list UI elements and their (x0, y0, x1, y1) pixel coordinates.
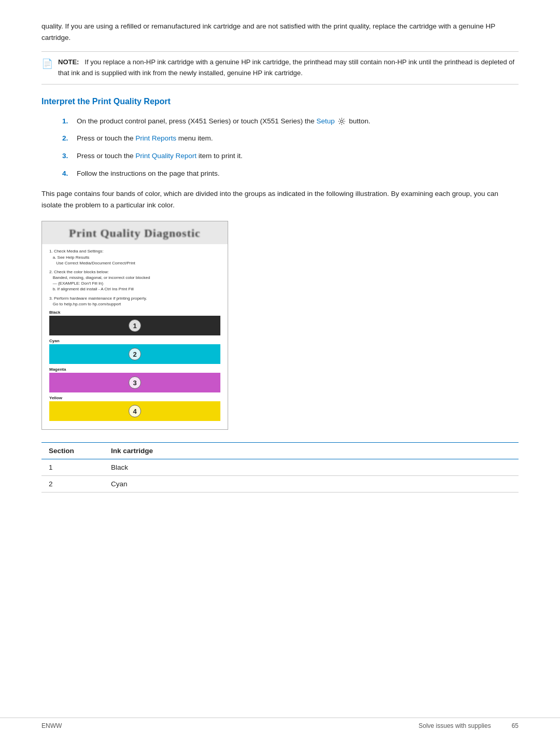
band-yellow-section: Yellow 4 (49, 396, 220, 421)
table-row: 1 Black (41, 459, 519, 476)
report-title: Print Quality Diagnostic (48, 227, 221, 240)
step-2: 2. Press or touch the Print Reports menu… (62, 133, 519, 144)
report-section-2-text: 2. Check the color blocks below: Banded,… (49, 269, 220, 292)
step-4: 4. Follow the instructions on the page t… (62, 168, 519, 179)
band-magenta-section: Magenta 3 (49, 367, 220, 392)
steps-list: 1. On the product control panel, press (… (62, 116, 519, 179)
band-black: 1 (49, 316, 220, 335)
band-magenta-label: Magenta (49, 367, 220, 372)
band-cyan-section: Cyan 2 (49, 339, 220, 364)
table-header-section: Section (41, 443, 104, 459)
table-cell-ink-1: Black (104, 459, 519, 476)
section-heading: Interpret the Print Quality Report (41, 97, 519, 106)
note-content: NOTE: If you replace a non-HP ink cartri… (58, 57, 519, 79)
note-icon: 📄 (41, 58, 53, 69)
band-cyan-label: Cyan (49, 339, 220, 343)
description-text: This page contains four bands of color, … (41, 188, 519, 210)
step-1-text: On the product control panel, press (X45… (77, 116, 370, 127)
table-row: 2 Cyan (41, 476, 519, 493)
band-yellow-number: 4 (129, 405, 141, 417)
step-3-text: Press or touch the Print Quality Report … (77, 150, 243, 162)
band-yellow: 4 (49, 401, 220, 421)
band-black-label: Black (49, 310, 220, 315)
step-4-num: 4. (62, 168, 77, 179)
footer-right: Solve issues with supplies 65 (418, 722, 519, 729)
report-header: Print Quality Diagnostic (42, 221, 228, 244)
report-section-1-text: 1. Check Media and Settings: a. See Help… (49, 248, 220, 266)
page-footer: ENWW Solve issues with supplies 65 (0, 718, 560, 729)
step-1-num: 1. (62, 116, 77, 127)
print-quality-report-link[interactable]: Print Quality Report (135, 152, 197, 160)
note-label: NOTE: (58, 58, 79, 66)
band-black-section: Black 1 (49, 310, 220, 335)
report-image: Print Quality Diagnostic 1. Check Media … (41, 221, 228, 430)
table-cell-ink-2: Cyan (104, 476, 519, 493)
step-3: 3. Press or touch the Print Quality Repo… (62, 150, 519, 162)
footer-left: ENWW (41, 722, 62, 729)
note-box: 📄 NOTE: If you replace a non-HP ink cart… (41, 51, 519, 85)
footer-page: 65 (512, 722, 519, 729)
band-black-number: 1 (129, 319, 141, 332)
note-text: If you replace a non-HP ink cartridge wi… (58, 58, 514, 77)
setup-link[interactable]: Setup (316, 117, 334, 125)
print-reports-link[interactable]: Print Reports (135, 134, 176, 142)
report-body: 1. Check Media and Settings: a. See Help… (42, 244, 228, 429)
page-container: quality. If you are using a refilled or … (0, 0, 560, 524)
report-section-3-text: 3. Perform hardware maintenance if print… (49, 296, 220, 307)
step-2-text: Press or touch the Print Reports menu it… (77, 133, 213, 144)
svg-point-0 (341, 120, 343, 123)
band-magenta: 3 (49, 373, 220, 392)
table-cell-section-2: 2 (41, 476, 104, 493)
table-header-ink: Ink cartridge (104, 443, 519, 459)
band-cyan-number: 2 (129, 348, 141, 360)
table-cell-section-1: 1 (41, 459, 104, 476)
footer-label: Solve issues with supplies (418, 722, 491, 729)
band-yellow-label: Yellow (49, 396, 220, 400)
gear-icon (338, 117, 346, 125)
step-1: 1. On the product control panel, press (… (62, 116, 519, 127)
ink-table: Section Ink cartridge 1 Black 2 Cyan (41, 442, 519, 493)
step-4-text: Follow the instructions on the page that… (77, 168, 219, 179)
step-3-num: 3. (62, 150, 77, 162)
band-magenta-number: 3 (129, 376, 141, 389)
step-2-num: 2. (62, 133, 77, 144)
band-cyan: 2 (49, 344, 220, 364)
intro-paragraph: quality. If you are using a refilled or … (41, 21, 519, 43)
